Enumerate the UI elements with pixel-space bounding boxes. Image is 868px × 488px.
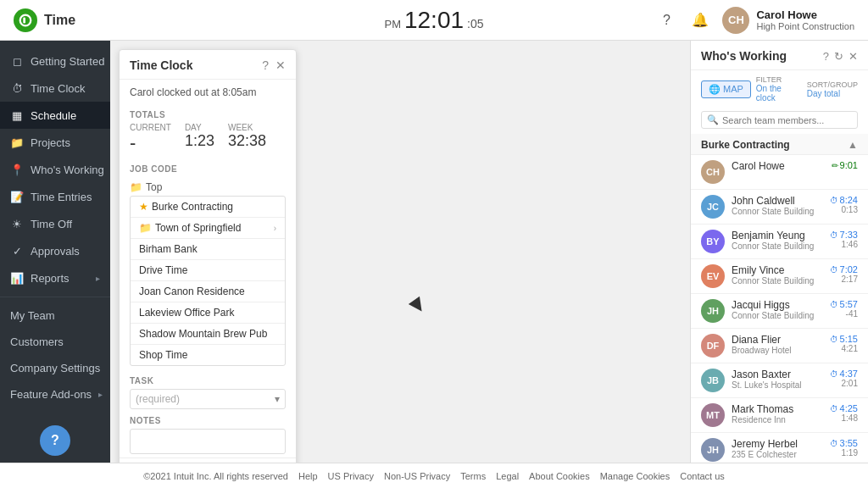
footer-about-cookies[interactable]: About Cookies [529, 471, 590, 481]
job-item-springfield[interactable]: 📁Town of Springfield › [131, 218, 285, 239]
projects-icon: 📁 [10, 136, 24, 149]
task-select[interactable]: (required) ▾ [130, 389, 286, 409]
ww-time-main: ⏱ 5:57 [830, 299, 858, 309]
ww-help-icon[interactable]: ? [823, 50, 829, 63]
ww-person-item[interactable]: JHJacqui HiggsConnor State Building⏱ 5:5… [691, 294, 868, 329]
filter-value[interactable]: On the clock [756, 84, 802, 103]
sidebar-item-getting-started[interactable]: ◻ Getting Started [0, 47, 110, 75]
sidebar-label-reports: Reports [31, 272, 70, 285]
clock-icon: ⏱ [830, 439, 838, 448]
sidebar-bottom: ? [0, 415, 110, 463]
job-item-lakeview[interactable]: Lakeview Office Park [131, 302, 285, 324]
help-circle-button[interactable]: ? [40, 425, 70, 456]
filter-group: FILTER On the clock [756, 75, 802, 103]
job-item-drive[interactable]: Drive Time [131, 260, 285, 281]
footer-terms[interactable]: Terms [460, 471, 486, 481]
sidebar-label-getting-started: Getting Started [31, 55, 104, 68]
ww-person-item[interactable]: EVEmily VinceConnor State Building⏱ 7:02… [691, 259, 868, 294]
ww-time-sub: 2:01 [842, 379, 858, 388]
ww-avatar: BY [701, 230, 725, 253]
job-item-joan[interactable]: Joan Canon Residence [131, 281, 285, 302]
footer-manage-cookies[interactable]: Manage Cookies [600, 471, 670, 481]
qb-logo[interactable] [14, 8, 37, 32]
user-info[interactable]: CH Carol Howe High Point Construction [722, 7, 854, 34]
ww-time-value: 7:33 [840, 230, 858, 240]
modal-close-icon[interactable]: ✕ [275, 58, 286, 72]
ww-time-main: ⏱ 5:15 [830, 334, 858, 344]
ww-person-item[interactable]: JCJohn CaldwellConnor State Building⏱ 8:… [691, 190, 868, 225]
sort-group: SORT/GROUP Day total [807, 80, 858, 98]
bell-icon[interactable]: 🔔 [688, 8, 712, 32]
ww-time-value: 7:02 [840, 264, 858, 274]
job-item-burke[interactable]: ★Burke Contracting [131, 197, 285, 218]
current-value: - [130, 132, 171, 154]
footer-non-us-privacy[interactable]: Non-US Privacy [384, 471, 450, 481]
ww-time-main: ⏱ 8:24 [830, 195, 858, 205]
sidebar-item-time-off[interactable]: ☀ Time Off [0, 210, 110, 237]
time-period: PM [384, 18, 401, 30]
ww-time-sub: 1:46 [842, 240, 858, 249]
ww-person-name: Benjamin Yeung [732, 230, 823, 241]
ww-close-icon[interactable]: ✕ [849, 50, 858, 63]
totals-section: TOTALS CURRENT - DAY 1:23 WEEK 32:38 [120, 105, 296, 159]
reports-icon: 📊 [10, 271, 24, 285]
total-week: WEEK 32:38 [228, 123, 266, 154]
whos-working-icon: 📍 [10, 163, 24, 176]
sidebar-item-approvals[interactable]: ✓ Approvals [0, 237, 110, 264]
map-button[interactable]: 🌐 MAP [701, 80, 751, 98]
sort-value[interactable]: Day total [807, 89, 858, 98]
footer-legal[interactable]: Legal [496, 471, 519, 481]
job-item-shadow[interactable]: Shadow Mountain Brew Pub [131, 324, 285, 345]
company-collapse-icon[interactable]: ▲ [848, 139, 858, 151]
help-icon[interactable]: ? [654, 8, 678, 32]
totals-row: CURRENT - DAY 1:23 WEEK 32:38 [130, 123, 286, 154]
time-seconds: :05 [467, 17, 483, 30]
sidebar-item-customers[interactable]: Customers [0, 329, 110, 355]
ww-person-location: Residence Inn [732, 415, 823, 424]
ww-person-item[interactable]: JBJason BaxterSt. Luke's Hospital⏱ 4:372… [691, 363, 868, 398]
edit-icon: ✏ [832, 161, 838, 170]
ww-time-value: 5:15 [840, 334, 858, 344]
sort-label: SORT/GROUP [807, 80, 858, 89]
ww-person-item[interactable]: JHJeremy Herbel235 E Colchester⏱ 3:551:1… [691, 433, 868, 463]
footer-help[interactable]: Help [298, 471, 318, 481]
sidebar-item-whos-working[interactable]: 📍 Who's Working [0, 156, 110, 183]
ww-person-item[interactable]: MTMark ThomasResidence Inn⏱ 4:251:48 [691, 398, 868, 433]
ww-refresh-icon[interactable]: ↻ [834, 50, 843, 63]
search-input[interactable] [722, 115, 852, 125]
sidebar-item-time-entries[interactable]: 📝 Time Entries [0, 183, 110, 210]
job-item-shop[interactable]: Shop Time [131, 345, 285, 365]
search-input-wrap[interactable]: 🔍 [701, 111, 858, 129]
sidebar-item-my-team[interactable]: My Team [0, 302, 110, 329]
time-entries-icon: 📝 [10, 190, 24, 203]
footer-us-privacy[interactable]: US Privacy [328, 471, 374, 481]
sidebar-nav: ◻ Getting Started ⏱ Time Clock ▦ Schedul… [0, 41, 110, 415]
sidebar-label-schedule: Schedule [31, 109, 76, 122]
ww-avatar: MT [701, 403, 725, 427]
job-birham-label: Birham Bank [139, 243, 198, 255]
ww-person-location: Connor State Building [732, 276, 823, 286]
springfield-arrow: › [274, 224, 276, 233]
ww-person-item[interactable]: DFDiana FlierBroadway Hotel⏱ 5:154:21 [691, 329, 868, 363]
sidebar-item-company-settings[interactable]: Company Settings [0, 355, 110, 381]
ww-time-sub: 1:19 [842, 448, 858, 458]
sidebar-label-projects: Projects [31, 136, 70, 149]
footer-contact-us[interactable]: Contact us [680, 471, 725, 481]
user-text: Carol Howe High Point Construction [756, 8, 854, 31]
ww-avatar: JB [701, 369, 725, 392]
ww-time-main: ⏱ 7:02 [830, 264, 858, 274]
job-list: ★Burke Contracting 📁Town of Springfield … [130, 196, 286, 366]
notes-input[interactable] [130, 429, 286, 454]
sidebar-item-schedule[interactable]: ▦ Schedule [0, 102, 110, 129]
sidebar-item-projects[interactable]: 📁 Projects [0, 129, 110, 156]
sidebar-item-feature-add-ons[interactable]: Feature Add-ons ▸ [0, 381, 110, 408]
sidebar-item-time-clock[interactable]: ⏱ Time Clock [0, 75, 110, 102]
ww-person-item[interactable]: CHCarol Howe✏ 9:01 [691, 155, 868, 190]
total-day: DAY 1:23 [185, 123, 214, 154]
sidebar-item-reports[interactable]: 📊 Reports ▸ [0, 264, 110, 291]
ww-person-list: CHCarol Howe✏ 9:01JCJohn CaldwellConnor … [691, 155, 868, 463]
ww-person-item[interactable]: BYBenjamin YeungConnor State Building⏱ 7… [691, 225, 868, 259]
modal-help-icon[interactable]: ? [262, 58, 269, 72]
clock-icon: ⏱ [830, 369, 838, 379]
job-item-birham[interactable]: Birham Bank [131, 239, 285, 260]
